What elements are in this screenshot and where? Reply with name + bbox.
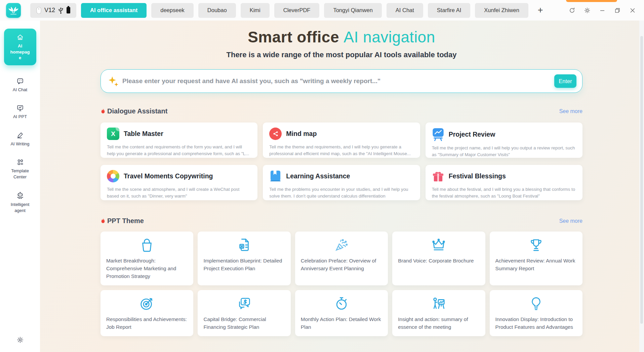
card-title: Market Breakthrough: Comprehensive Marke… [106,257,188,280]
ppt-card-capital-bridge[interactable]: Capital Bridge: Commercial Financing Str… [198,290,290,336]
tab-doubao[interactable]: Doubao [198,3,236,18]
tab-deepseek[interactable]: deepseek [151,3,194,18]
ai-request-searchbar[interactable]: Enter [100,69,582,93]
sidebar-item-template-center[interactable]: Template Center [10,159,30,180]
camera-shutter-icon [107,170,119,182]
card-description: Tell me the theme and requirements, and … [269,144,413,157]
card-table-master[interactable]: X Table Master Tell me the content and r… [100,122,257,158]
card-mind-map[interactable]: Mind map Tell me the theme and requireme… [263,122,420,158]
maximize-icon[interactable] [614,7,621,14]
target-icon [139,296,155,311]
card-travel-moments-copywriting[interactable]: Travel Moments Copywriting Tell me the s… [100,165,257,200]
new-tab-button[interactable]: + [535,4,546,16]
card-title: Learning Assistance [286,172,350,180]
tab-xunfei-zhiwen[interactable]: Xunfei Zhiwen [475,3,528,18]
window-controls [569,0,636,21]
section-title: Dialogue Assistant [107,107,167,115]
ppt-card-job-report[interactable]: Responsibilities and Achievements: Job R… [100,290,193,336]
section-title: PPT Theme [107,217,144,225]
sidebar-label: AI homepage [10,43,30,61]
page-title-accent: AI navigation [344,28,435,46]
wings-logo-icon [8,5,19,16]
ppt-card-innovation-display[interactable]: Innovation Display: Introduction to Prod… [490,290,582,336]
ppt-card-monthly-action-plan[interactable]: Monthly Action Plan: Detailed Work Plan [295,290,388,336]
card-festival-blessings[interactable]: Festival Blessings Tell me about the fes… [426,165,582,200]
minimize-icon[interactable] [599,7,606,14]
tab-kimi[interactable]: Kimi [241,3,270,18]
sidebar-item-ai-homepage[interactable]: AI homepage [4,29,36,65]
mouse-icon [36,7,41,14]
card-description: Tell me the scene and atmosphere, and I … [107,186,251,199]
card-title: Capital Bridge: Commercial Financing Str… [203,316,285,331]
trophy-icon [528,237,544,253]
document-icon [237,237,252,253]
lightbulb-icon [528,296,544,311]
ai-request-input[interactable] [122,77,554,85]
ppt-card-brand-voice[interactable]: Brand Voice: Corporate Brochure [392,232,485,285]
card-title: Achievement Review: Annual Work Summary … [495,257,577,273]
device-status-tab[interactable]: V12 [30,3,76,18]
presenter-icon [431,296,446,311]
close-icon[interactable] [629,7,636,14]
sidebar-label: Intelligent agent [10,202,30,213]
card-title: Travel Moments Copywriting [124,172,213,180]
tab-ai-chat[interactable]: AI Chat [387,3,423,18]
shopping-bag-icon [139,237,155,253]
book-icon [269,170,282,182]
dialogue-assistant-header: Dialogue Assistant See more [100,107,582,115]
ppt-see-more-link[interactable]: See more [559,218,582,224]
sidebar-item-intelligent-agent[interactable]: Intelligent agent [10,191,30,213]
enter-button[interactable]: Enter [554,74,576,88]
scrollbar-thumb[interactable] [640,36,643,324]
refresh-icon[interactable] [569,7,575,14]
tab-starfire-ai[interactable]: Starfire AI [428,3,470,18]
sidebar-item-ai-writing[interactable]: AI Writing [10,132,30,147]
scrollbar-track[interactable] [639,21,644,352]
sidebar-label: AI PPT [10,114,30,120]
chat-bubble-icon [16,77,24,85]
home-icon [16,34,24,41]
sidebar: AI homepage AI Chat AI PPT AI Writing Te… [0,21,40,352]
card-title: Festival Blessings [449,172,506,180]
gift-icon [432,170,444,182]
dialogue-see-more-link[interactable]: See more [559,108,582,114]
sidebar-item-ai-ppt[interactable]: AI PPT [10,104,30,120]
page-title-main: Smart office [248,28,339,46]
sidebar-item-ai-chat[interactable]: AI Chat [10,77,30,93]
sparkle-icon [108,75,119,87]
page-title: Smart office AI navigation [100,28,582,46]
card-project-review[interactable]: Project Review Tell me the project name,… [426,122,582,158]
ppt-card-implementation-blueprint[interactable]: Implementation Blueprint: Detailed Proje… [198,232,290,285]
chart-board-icon [432,128,444,141]
tab-tongyi-qianwen[interactable]: Tongyi Qianwen [324,3,381,18]
ppt-card-achievement-review[interactable]: Achievement Review: Annual Work Summary … [490,232,582,285]
tab-cleverpdf[interactable]: CleverPDF [274,3,320,18]
settings-gear-icon[interactable] [584,7,591,14]
sidebar-settings-gear-icon[interactable] [17,337,24,345]
card-title: Insight and action: summary of essence o… [398,316,479,331]
card-description: Tell me the problems you encounter in yo… [269,186,413,199]
card-learning-assistance[interactable]: Learning Assistance Tell me the problems… [263,165,420,200]
ppt-card-celebration-preface[interactable]: Celebration Preface: Overview of Anniver… [295,232,388,285]
device-label: V12 [44,7,55,14]
card-title: Innovation Display: Introduction to Prod… [495,316,577,331]
card-description: Tell me about the festival, and I will b… [432,186,576,199]
card-title: Responsibilities and Achievements: Job R… [106,316,188,331]
card-description: Tell me the project name, and I will hel… [432,145,576,158]
ppt-card-market-breakthrough[interactable]: Market Breakthrough: Comprehensive Marke… [100,232,193,285]
titlebar: V12 AI office assistant deepseek Doubao … [0,0,644,21]
main-content: Smart office AI navigation There is a wi… [40,21,644,352]
page-subtitle: There is a wide range of the most popula… [100,50,582,59]
ppt-card-grid-row2: Responsibilities and Achievements: Job R… [100,290,582,336]
card-title: Brand Voice: Corporate Brochure [398,257,479,265]
flame-icon [100,218,106,224]
tab-ai-office-assistant[interactable]: AI office assistant [81,3,147,18]
sidebar-label: Template Center [10,168,30,180]
ppt-card-meeting-summary[interactable]: Insight and action: summary of essence o… [392,290,485,336]
tab-strip: AI office assistant deepseek Doubao Kimi… [76,3,528,18]
card-description: Tell me the content and requirements of … [107,144,251,157]
flame-icon [100,108,106,114]
finance-chat-icon [237,296,252,311]
card-title: Monthly Action Plan: Detailed Work Plan [301,316,382,331]
card-title: Project Review [449,131,495,138]
